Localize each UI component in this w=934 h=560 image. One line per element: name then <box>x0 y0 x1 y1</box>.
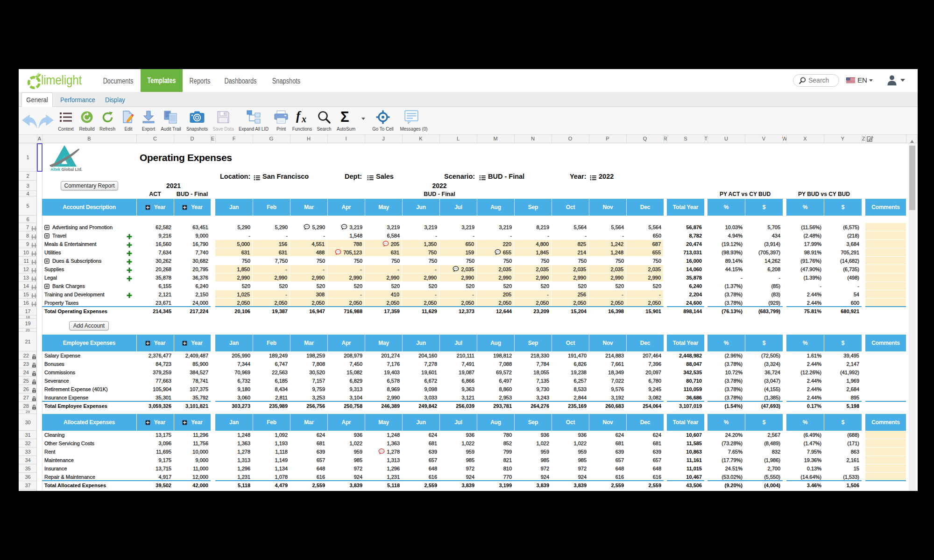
svg-text:x: x <box>301 114 306 123</box>
svg-text:f: f <box>296 109 302 123</box>
svg-text:Altek Global Ltd.: Altek Global Ltd. <box>50 167 82 172</box>
svg-text:Σ: Σ <box>340 109 349 124</box>
